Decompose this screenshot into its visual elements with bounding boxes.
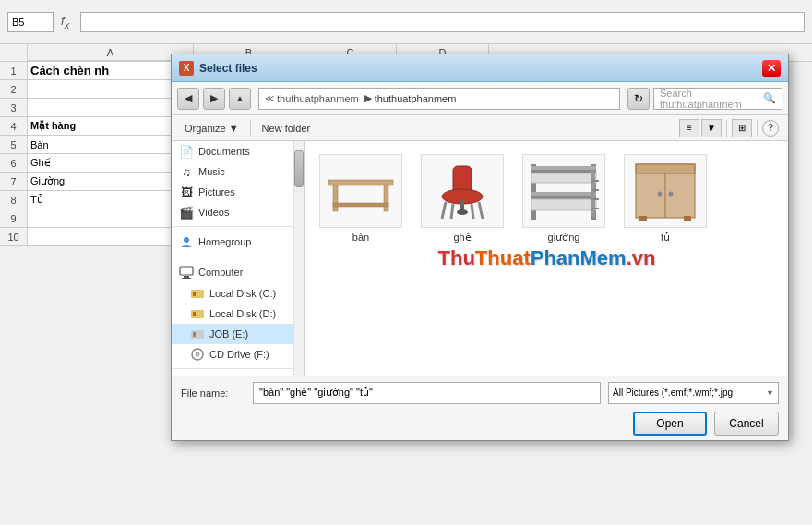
dialog-toolbar: Organize ▼ New folder ≡ ▼ ⊞ ? bbox=[172, 115, 788, 141]
disk-c-icon bbox=[190, 286, 205, 301]
sidebar-label-computer: Computer bbox=[198, 267, 243, 278]
dialog-navbar: ◀ ▶ ▲ ≪ thuthuatphanmem ▶ thuthuatphanme… bbox=[172, 82, 788, 115]
sidebar-label-music: Music bbox=[198, 166, 225, 177]
sidebar-item-homegroup[interactable]: Homegroup bbox=[172, 231, 293, 253]
nav-forward-button[interactable]: ▶ bbox=[203, 88, 225, 110]
svg-rect-7 bbox=[193, 312, 196, 316]
sidebar-label-documents: Documents bbox=[198, 146, 250, 157]
sidebar-item-local-c[interactable]: Local Disk (C:) bbox=[172, 283, 293, 304]
music-icon: ♫ bbox=[179, 164, 194, 179]
svg-rect-19 bbox=[384, 185, 388, 211]
svg-point-28 bbox=[457, 209, 468, 215]
file-label-tu: tủ bbox=[661, 232, 670, 244]
sidebar-item-cd-f[interactable]: CD Drive (F:) bbox=[172, 344, 293, 364]
file-label-ghe: ghế bbox=[453, 232, 471, 244]
dialog-body: 📄 Documents ♫ Music 🖼 Pictures 🎬 Videos bbox=[172, 141, 788, 376]
dialog-titlebar: X Select files ✕ bbox=[172, 54, 788, 82]
nav-refresh-button[interactable]: ↻ bbox=[627, 88, 650, 110]
excel-toolbar: B5 fx bbox=[0, 0, 812, 44]
sidebar-divider-2 bbox=[172, 257, 293, 257]
file-image-ban bbox=[319, 154, 402, 228]
formula-bar[interactable] bbox=[80, 12, 805, 32]
footer-filename-row: File name: "bàn" "ghế" "giường" "tủ" All… bbox=[181, 382, 779, 404]
sidebar-label-homegroup: Homegroup bbox=[198, 236, 251, 247]
nav-back-button[interactable]: ◀ bbox=[177, 88, 199, 110]
row-num-header bbox=[0, 44, 28, 61]
view-details-button[interactable]: ⊞ bbox=[732, 119, 752, 137]
sidebar-scrollbar[interactable] bbox=[293, 141, 304, 376]
nav-path-bar[interactable]: ≪ thuthuatphanmem ▶ thuthuatphanmem bbox=[258, 88, 620, 110]
file-image-giuong bbox=[522, 154, 605, 228]
footer-buttons-row: Open Cancel bbox=[181, 412, 779, 436]
dialog-close-button[interactable]: ✕ bbox=[762, 60, 781, 77]
sidebar-item-music[interactable]: ♫ Music bbox=[172, 161, 293, 182]
svg-rect-39 bbox=[591, 189, 599, 191]
file-thumb-giuong[interactable]: giường bbox=[518, 150, 610, 247]
help-button[interactable]: ? bbox=[762, 120, 779, 137]
sidebar-item-local-d[interactable]: Local Disk (D:) bbox=[172, 304, 293, 324]
svg-point-11 bbox=[196, 352, 199, 356]
sidebar-label-pictures: Pictures bbox=[198, 186, 235, 197]
svg-rect-36 bbox=[531, 199, 596, 210]
disk-d-icon bbox=[190, 306, 205, 321]
filename-label: File name: bbox=[181, 388, 245, 399]
file-image-tu bbox=[624, 154, 707, 228]
sidebar-item-computer[interactable]: Computer bbox=[172, 261, 293, 283]
file-thumb-ghe[interactable]: ghế bbox=[416, 150, 508, 247]
new-folder-button[interactable]: New folder bbox=[258, 121, 315, 136]
toolbar-divider3 bbox=[757, 120, 758, 137]
sidebar-divider-3 bbox=[172, 368, 293, 369]
svg-rect-34 bbox=[531, 192, 596, 196]
file-thumb-tu[interactable]: tủ bbox=[619, 150, 711, 247]
dialog-title: Select files bbox=[199, 62, 757, 75]
view-list-button[interactable]: ≡ bbox=[679, 119, 699, 137]
svg-rect-44 bbox=[636, 164, 695, 173]
svg-rect-5 bbox=[193, 292, 196, 296]
nav-search-box[interactable]: Search thuthuatphanmem 🔍 bbox=[653, 88, 782, 110]
sidebar-divider-1 bbox=[172, 226, 293, 227]
search-submit-icon: 🔍 bbox=[763, 92, 776, 104]
homegroup-icon bbox=[179, 234, 194, 249]
sidebar-scroll-area: 📄 Documents ♫ Music 🖼 Pictures 🎬 Videos bbox=[172, 141, 293, 376]
dialog-sidebar-container: 📄 Documents ♫ Music 🖼 Pictures 🎬 Videos bbox=[172, 141, 305, 376]
organize-button[interactable]: Organize ▼ bbox=[181, 121, 243, 136]
watermark-mem: Mem bbox=[580, 246, 627, 269]
nav-up-button[interactable]: ▲ bbox=[229, 88, 251, 110]
fx-label: fx bbox=[61, 14, 69, 30]
cell-ref-box[interactable]: B5 bbox=[7, 12, 54, 32]
sidebar-scroll-thumb[interactable] bbox=[294, 150, 304, 187]
svg-line-23 bbox=[442, 202, 446, 219]
filetype-dropdown-arrow: ▼ bbox=[766, 388, 774, 398]
sidebar-item-pictures[interactable]: 🖼 Pictures bbox=[172, 182, 293, 202]
sidebar-item-documents[interactable]: 📄 Documents bbox=[172, 141, 293, 161]
svg-point-46 bbox=[669, 191, 674, 196]
svg-rect-1 bbox=[180, 267, 193, 275]
sidebar-item-videos[interactable]: 🎬 Videos bbox=[172, 202, 293, 222]
search-icon: Search thuthuatphanmem bbox=[660, 88, 759, 110]
watermark: ThuThuatPhanMem.vn bbox=[438, 246, 656, 270]
file-thumb-ban[interactable]: bàn bbox=[315, 150, 407, 247]
svg-line-24 bbox=[479, 202, 483, 219]
svg-rect-20 bbox=[333, 203, 388, 207]
svg-rect-40 bbox=[591, 198, 599, 200]
pictures-icon: 🖼 bbox=[179, 185, 194, 199]
open-button[interactable]: Open bbox=[633, 412, 707, 436]
svg-line-25 bbox=[451, 204, 453, 219]
cancel-button[interactable]: Cancel bbox=[714, 412, 779, 436]
file-label-giuong: giường bbox=[548, 232, 580, 244]
view-dropdown-button[interactable]: ▼ bbox=[701, 119, 722, 137]
svg-rect-47 bbox=[639, 216, 647, 221]
svg-rect-32 bbox=[531, 173, 596, 183]
filetype-select[interactable]: All Pictures (*.emf;*.wmf;*.jpg; ▼ bbox=[608, 382, 779, 404]
toolbar-divider2 bbox=[726, 120, 727, 137]
toolbar-divider bbox=[250, 120, 251, 137]
dialog-content-area: ThuThuatPhanMem.vn bàn bbox=[305, 141, 788, 376]
svg-rect-48 bbox=[684, 216, 691, 221]
filename-input[interactable]: "bàn" "ghế" "giường" "tủ" bbox=[253, 382, 601, 404]
sidebar-item-job-e[interactable]: JOB (E:) bbox=[172, 324, 293, 344]
svg-rect-33 bbox=[531, 170, 596, 173]
documents-icon: 📄 bbox=[179, 144, 194, 159]
sidebar-label-videos: Videos bbox=[198, 207, 229, 218]
svg-point-45 bbox=[658, 191, 663, 196]
sidebar-label-local-d: Local Disk (D:) bbox=[209, 308, 276, 319]
